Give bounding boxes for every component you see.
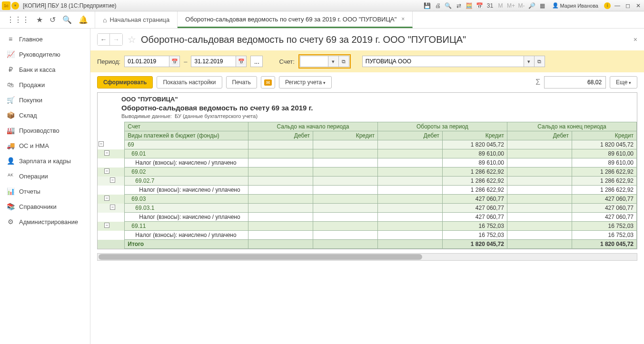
account-open-icon[interactable]: ⧉	[339, 56, 349, 67]
tree-toggle-icon[interactable]: −	[99, 141, 104, 147]
apps-icon[interactable]: ⋮⋮⋮	[7, 15, 30, 24]
sidebar-item-0[interactable]: ≡Главное	[0, 31, 90, 47]
mail-button[interactable]: ✉	[261, 76, 275, 88]
tree-toggle-icon[interactable]: −	[104, 223, 109, 228]
sidebar-item-label: Банк и касса	[19, 66, 56, 73]
compare-icon[interactable]: ⇄	[455, 2, 463, 10]
sidebar-item-12[interactable]: ⚙Администрирование	[0, 214, 90, 229]
tab-report[interactable]: Оборотно-сальдовая ведомость по счету 69…	[178, 11, 413, 28]
date-to-input[interactable]	[191, 56, 236, 67]
more-button[interactable]: Еще	[610, 76, 637, 88]
table-row[interactable]: −69.03.1427 060,77427 060,77	[98, 204, 637, 213]
row-label: 69.03	[125, 195, 248, 204]
sidebar-item-5[interactable]: 📦Склад	[0, 108, 90, 123]
star-icon[interactable]: ★	[36, 15, 43, 24]
date-icon[interactable]: 31	[486, 2, 494, 10]
generate-button[interactable]: Сформировать	[97, 76, 153, 88]
table-row[interactable]: Налог (взносы): начислено / уплачено1 28…	[98, 186, 637, 195]
account-dropdown-icon[interactable]: ▾	[328, 56, 339, 67]
report-org: ООО "ПУГОВИЦА"	[121, 96, 613, 103]
table-row[interactable]: −691 820 045,721 820 045,72	[98, 140, 637, 149]
app-menu-button[interactable]: ▾	[11, 2, 19, 10]
sidebar-item-8[interactable]: 👤Зарплата и кадры	[0, 153, 90, 168]
date-to-calendar-icon[interactable]: 📅	[236, 56, 247, 67]
sidebar-item-11[interactable]: 📚Справочники	[0, 199, 90, 214]
period-label: Период:	[97, 58, 120, 65]
m-plus-icon[interactable]: M+	[507, 2, 515, 10]
row-end-credit: 1 286 622,92	[572, 186, 636, 195]
favorite-star-icon[interactable]: ☆	[128, 34, 136, 45]
history-icon[interactable]: ↺	[50, 15, 56, 24]
row-label: Налог (взносы): начислено / уплачено	[125, 186, 248, 195]
sidebar-item-6[interactable]: 🏭Производство	[0, 123, 90, 138]
date-from-input[interactable]	[124, 56, 169, 67]
table-row[interactable]: Налог (взносы): начислено / уплачено16 7…	[98, 231, 637, 240]
period-picker-button[interactable]: ...	[250, 56, 263, 67]
table-row[interactable]: −69.021 286 622,921 286 622,92	[98, 167, 637, 177]
sidebar-icon: 🛍	[7, 81, 14, 88]
preview-icon[interactable]: 🔍	[445, 2, 452, 10]
user-label[interactable]: 👤 Мария Иванова	[552, 2, 598, 9]
save-icon[interactable]: 💾	[424, 2, 431, 10]
settings-button[interactable]: Показать настройки	[157, 76, 222, 88]
table-row[interactable]: −69.03427 060,77427 060,77	[98, 195, 637, 204]
zoom-icon[interactable]: 🔎	[528, 2, 536, 10]
tab-home[interactable]: ⌂ Начальная страница	[95, 11, 178, 28]
calc-icon[interactable]: 🧮	[466, 2, 473, 10]
m-minus-icon[interactable]: M-	[518, 2, 525, 10]
list-icon[interactable]: ▦	[539, 2, 546, 10]
sidebar-item-label: Главное	[19, 36, 43, 43]
sidebar-icon: 👤	[7, 157, 14, 165]
table-row[interactable]: −69.0189 610,0089 610,00	[98, 149, 637, 158]
sidebar-item-label: Покупки	[19, 97, 42, 104]
info-icon[interactable]: i	[604, 2, 611, 9]
tree-toggle-icon[interactable]: −	[104, 150, 109, 156]
tree-toggle-icon[interactable]: −	[110, 177, 115, 183]
minimize-icon[interactable]: —	[614, 2, 621, 10]
table-row[interactable]: Налог (взносы): начислено / уплачено427 …	[98, 213, 637, 222]
org-dropdown-icon[interactable]: ▾	[524, 56, 535, 67]
maximize-icon[interactable]: ◻	[624, 2, 632, 10]
org-open-icon[interactable]: ⧉	[535, 56, 545, 67]
print-button[interactable]: Печать	[226, 76, 257, 88]
close-page-icon[interactable]: ×	[634, 36, 637, 43]
date-from-calendar-icon[interactable]: 📅	[169, 56, 180, 67]
sidebar-item-3[interactable]: 🛍Продажи	[0, 77, 90, 92]
report-table: Счет Сальдо на начало периода Обороты за…	[98, 122, 637, 249]
sidebar-icon: 🚚	[7, 142, 14, 149]
table-row[interactable]: −69.1116 752,0316 752,03	[98, 222, 637, 231]
window-title: [КОПИЯ] ПБУ 18 (1С:Предприятие)	[23, 2, 424, 9]
tree-toggle-icon[interactable]: −	[104, 168, 109, 174]
sidebar-item-label: ОС и НМА	[19, 142, 49, 149]
tree-toggle-icon[interactable]: −	[104, 196, 109, 201]
calendar-icon[interactable]: 📅	[476, 2, 484, 10]
sidebar-item-10[interactable]: 📊Отчеты	[0, 184, 90, 199]
row-end-credit: 16 752,03	[572, 222, 636, 231]
th-types: Виды платежей в бюджет (фонды)	[125, 131, 248, 140]
sidebar-item-4[interactable]: 🛒Покупки	[0, 92, 90, 108]
register-button[interactable]: Регистр учета	[279, 76, 332, 88]
sum-input[interactable]	[544, 76, 606, 88]
tab-close-icon[interactable]: ×	[401, 16, 405, 22]
row-turn-credit: 427 060,77	[442, 195, 507, 204]
page-title: Оборотно-сальдовая ведомость по счету 69…	[141, 34, 629, 45]
horizontal-scrollbar[interactable]	[97, 253, 637, 261]
table-row[interactable]: −69.02.71 286 622,921 286 622,92	[98, 177, 637, 186]
forward-button[interactable]: →	[110, 34, 122, 45]
back-button[interactable]: ←	[98, 34, 110, 45]
sidebar-item-1[interactable]: 📈Руководителю	[0, 47, 90, 62]
tree-toggle-icon[interactable]: −	[110, 205, 115, 210]
org-input[interactable]	[362, 56, 524, 67]
sidebar-item-7[interactable]: 🚚ОС и НМА	[0, 138, 90, 153]
row-label: 69.02.7	[125, 177, 248, 186]
bell-icon[interactable]: 🔔	[79, 15, 88, 24]
row-turn-credit: 89 610,00	[442, 149, 507, 158]
close-icon[interactable]: ✕	[634, 2, 642, 10]
search-icon[interactable]: 🔍	[62, 15, 72, 24]
table-row[interactable]: Налог (взносы): начислено / уплачено89 6…	[98, 158, 637, 167]
sidebar-item-9[interactable]: ᴬᴷОперации	[0, 168, 90, 184]
m-icon[interactable]: M	[497, 2, 505, 10]
account-input[interactable]	[300, 56, 328, 67]
sidebar-item-2[interactable]: ₽Банк и касса	[0, 62, 90, 77]
print-icon[interactable]: 🖨	[434, 2, 442, 10]
